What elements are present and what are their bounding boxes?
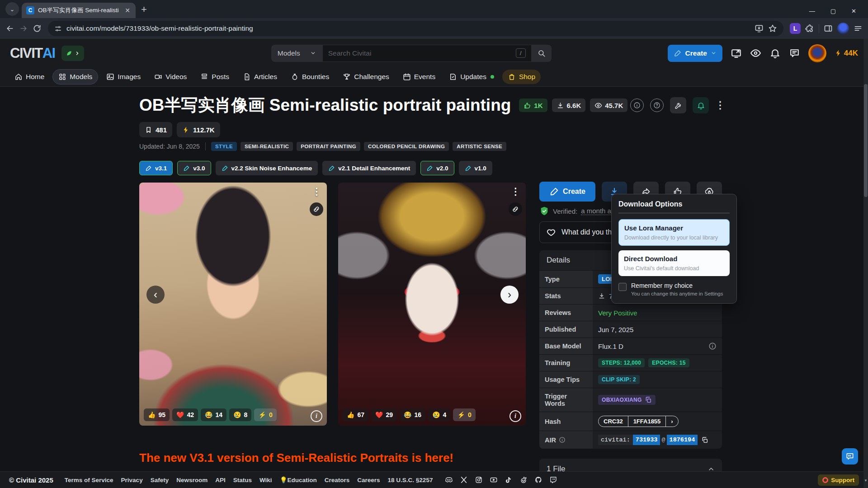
instagram-icon[interactable] xyxy=(475,476,483,484)
copy-icon[interactable] xyxy=(701,436,708,444)
maximize-button[interactable]: ▢ xyxy=(830,8,836,14)
nav-item-home[interactable]: Home xyxy=(9,70,50,84)
minimize-button[interactable]: — xyxy=(809,8,815,14)
reaction-heart[interactable]: ❤️29 xyxy=(371,408,397,421)
info-icon[interactable] xyxy=(559,436,566,443)
trigger-word-badge[interactable]: OBXIAOXIANG xyxy=(598,395,656,405)
user-avatar[interactable] xyxy=(808,44,826,62)
image-link-icon[interactable] xyxy=(509,202,522,216)
footer-link-status[interactable]: Status xyxy=(233,477,252,483)
hash-expand-icon[interactable]: › xyxy=(665,416,678,427)
tab-search-button[interactable]: ⌄ xyxy=(5,2,19,16)
buzz-balance[interactable]: 44K xyxy=(835,49,858,58)
tag[interactable]: COLORED PENCIL DRAWING xyxy=(364,142,449,151)
info-circle-icon[interactable] xyxy=(630,99,644,112)
search-button[interactable] xyxy=(532,45,552,62)
nav-item-articles[interactable]: Articles xyxy=(237,70,283,84)
image-info-icon[interactable]: i xyxy=(311,410,322,422)
x-icon[interactable] xyxy=(460,476,468,484)
side-panel-icon[interactable] xyxy=(824,24,833,33)
help-circle-icon[interactable] xyxy=(650,99,664,112)
footer-link-education[interactable]: 💡Education xyxy=(280,476,317,483)
reaction-bolt[interactable]: ⚡0 xyxy=(453,408,475,421)
hash-pill[interactable]: CRC32 1FFA1855 › xyxy=(598,416,679,427)
footer-link-wiki[interactable]: Wiki xyxy=(259,477,272,483)
reaction-cry[interactable]: 😢4 xyxy=(428,408,450,421)
nav-item-bounties[interactable]: Bounties xyxy=(285,70,335,84)
remember-checkbox[interactable] xyxy=(618,283,627,291)
version-v2-1[interactable]: v2.1 Detail Enhancement xyxy=(322,161,416,175)
gallery-image-2[interactable]: ⋮ › 👍67 ❤️29 😂16 😢4 ⚡0 i xyxy=(338,183,526,426)
chat-icon[interactable] xyxy=(789,47,800,59)
views-badge[interactable]: 45.7K xyxy=(590,99,627,112)
extensions-puzzle-icon[interactable] xyxy=(805,24,814,33)
footer-link-privacy[interactable]: Privacy xyxy=(121,477,143,483)
page-scrollbar[interactable]: ▼ xyxy=(863,39,868,488)
search-input[interactable] xyxy=(328,49,516,57)
extension-l-icon[interactable]: L xyxy=(790,23,801,34)
reaction-laugh[interactable]: 😂16 xyxy=(400,408,425,421)
tag[interactable]: ARTISTIC SENSE xyxy=(453,142,506,151)
footer-link-api[interactable]: API xyxy=(215,477,226,483)
version-v2-0[interactable]: v2.0 xyxy=(420,161,454,175)
omnibox[interactable]: civitai.com/models/731933/ob-semi-realis… xyxy=(48,21,783,36)
reddit-icon[interactable] xyxy=(519,476,528,484)
more-options-icon[interactable]: ⋮ xyxy=(715,99,722,111)
image-menu-icon[interactable]: ⋮ xyxy=(312,186,321,197)
discord-icon[interactable] xyxy=(445,476,453,484)
install-icon[interactable] xyxy=(755,24,764,33)
version-v3-1[interactable]: v3.1 xyxy=(139,161,173,175)
nav-item-posts[interactable]: Posts xyxy=(195,70,235,84)
energy-badge[interactable]: 112.7K xyxy=(177,122,220,137)
reaction-thumbs[interactable]: 👍95 xyxy=(144,408,170,421)
notifications-bell-icon[interactable] xyxy=(769,47,781,59)
option-direct-download[interactable]: Direct Download Use Civitai's default do… xyxy=(618,250,730,276)
version-v1-0[interactable]: v1.0 xyxy=(459,161,492,175)
carousel-prev-button[interactable]: ‹ xyxy=(146,286,165,304)
reviews-value[interactable]: Very Positive xyxy=(593,305,722,321)
footer-link-2257[interactable]: 18 U.S.C. §2257 xyxy=(388,477,433,483)
reaction-thumbs[interactable]: 👍67 xyxy=(343,408,368,421)
tag-style[interactable]: STYLE xyxy=(211,142,237,151)
browser-profile-avatar[interactable] xyxy=(837,23,849,34)
version-v3-0[interactable]: v3.0 xyxy=(177,161,211,175)
create-with-model-button[interactable]: Create xyxy=(539,182,595,202)
bookmarks-badge[interactable]: 481 xyxy=(139,122,172,137)
reaction-laugh[interactable]: 😂14 xyxy=(201,408,226,421)
tag[interactable]: SEMI-REALISTIC xyxy=(241,142,293,151)
gallery-image-1[interactable]: ⋮ ‹ 👍95 ❤️42 😂14 😢8 ⚡0 i xyxy=(139,183,327,426)
nav-item-images[interactable]: Images xyxy=(101,70,146,84)
carousel-next-button[interactable]: › xyxy=(500,286,519,304)
search-type-select[interactable]: Models xyxy=(271,45,322,62)
tab-close-icon[interactable]: ✕ xyxy=(124,7,131,14)
youtube-icon[interactable] xyxy=(490,476,498,484)
reaction-bolt[interactable]: ⚡0 xyxy=(254,408,276,421)
footer-link-creators[interactable]: Creators xyxy=(325,477,350,483)
scrollbar-thumb[interactable] xyxy=(864,84,868,197)
nav-item-updates[interactable]: Updates xyxy=(443,70,500,84)
forward-icon[interactable] xyxy=(19,24,28,33)
reaction-cry[interactable]: 😢8 xyxy=(229,408,251,421)
browser-tab[interactable]: C OB半写实肖像画 Semi-realisti ✕ xyxy=(22,3,136,18)
bookmark-star-icon[interactable] xyxy=(768,24,777,33)
footer-link-terms[interactable]: Terms of Service xyxy=(65,477,113,483)
nav-item-events[interactable]: Events xyxy=(397,70,441,84)
air-code[interactable]: civitai: 731933 @ 1876194 xyxy=(598,435,698,445)
notify-button[interactable] xyxy=(693,97,709,113)
back-icon[interactable] xyxy=(5,24,14,33)
footer-link-safety[interactable]: Safety xyxy=(151,477,169,483)
tiktok-icon[interactable] xyxy=(505,476,513,484)
nav-item-models[interactable]: Models xyxy=(52,69,98,84)
image-link-icon[interactable] xyxy=(310,202,323,216)
downloads-badge[interactable]: 6.6K xyxy=(552,99,586,112)
reload-icon[interactable] xyxy=(33,24,42,33)
copy-icon[interactable] xyxy=(645,396,652,404)
chat-fab-button[interactable] xyxy=(842,448,858,465)
reaction-heart[interactable]: ❤️42 xyxy=(172,408,198,421)
files-header[interactable]: 1 File xyxy=(539,459,722,471)
close-button[interactable]: ✕ xyxy=(851,8,856,14)
browsing-level-eye-icon[interactable] xyxy=(750,47,761,59)
browser-menu-icon[interactable] xyxy=(854,24,863,33)
nav-item-videos[interactable]: Videos xyxy=(149,70,192,84)
likes-badge[interactable]: 1K xyxy=(519,99,547,112)
